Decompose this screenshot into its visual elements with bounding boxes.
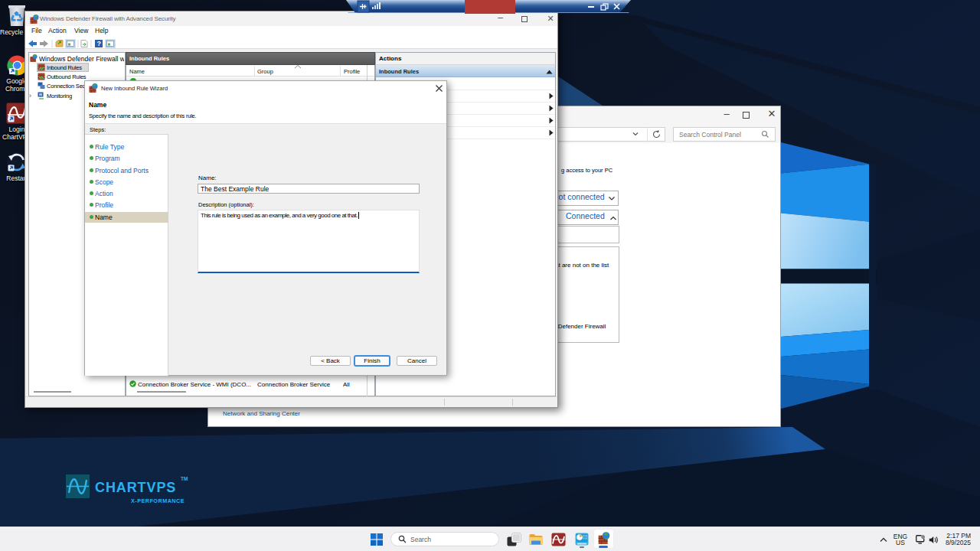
svg-text:CHARTVPS: CHARTVPS	[95, 480, 176, 495]
svg-text:X-PERFORMANCE: X-PERFORMANCE	[131, 497, 185, 504]
svg-text:TM: TM	[181, 476, 188, 481]
svg-text:?: ?	[96, 40, 100, 47]
